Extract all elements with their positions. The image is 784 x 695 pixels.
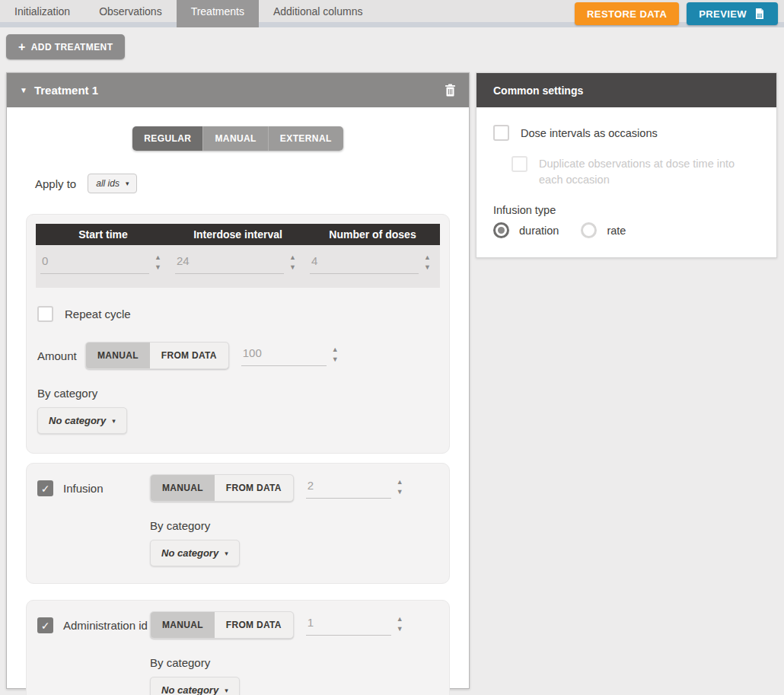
tab-treatments[interactable]: Treatments xyxy=(177,0,259,27)
infusion-type-rate-radio[interactable] xyxy=(581,222,597,238)
duration-radio-label: duration xyxy=(519,225,559,237)
tab-additional-columns[interactable]: Additional columns xyxy=(259,0,378,27)
amount-by-category-label: By category xyxy=(37,387,440,400)
administration-manual-tab[interactable]: MANUAL xyxy=(151,612,215,638)
administration-id-input[interactable] xyxy=(306,614,391,636)
tab-initialization[interactable]: Initialization xyxy=(0,0,84,27)
topbar-actions: RESTORE DATA PREVIEW xyxy=(575,2,778,25)
add-treatment-label: ADD TREATMENT xyxy=(31,42,113,53)
amount-label: Amount xyxy=(37,349,85,362)
column-start-time: Start time xyxy=(36,228,171,241)
infusion-manual-tab[interactable]: MANUAL xyxy=(151,475,215,501)
preview-button[interactable]: PREVIEW xyxy=(687,2,778,25)
amount-manual-tab[interactable]: MANUAL xyxy=(86,343,150,368)
spinner-down-icon[interactable]: ▼ xyxy=(397,489,403,495)
amount-from-data-tab[interactable]: FROM DATA xyxy=(150,343,228,368)
dose-schedule-section: Start time Interdose interval Number of … xyxy=(26,214,450,454)
restore-data-button[interactable]: RESTORE DATA xyxy=(575,2,679,25)
check-icon: ✓ xyxy=(41,483,50,495)
number-of-doses-stepper[interactable]: ▲ ▼ xyxy=(424,254,431,270)
administration-id-section: ✓ Administration id MANUAL FROM DATA xyxy=(26,600,450,695)
administration-category-dropdown[interactable]: No category ▾ xyxy=(150,677,240,695)
chevron-down-icon: ▾ xyxy=(112,417,116,425)
start-time-stepper[interactable]: ▲ ▼ xyxy=(155,254,161,270)
infusion-type-duration-radio[interactable] xyxy=(493,222,509,238)
spinner-up-icon[interactable]: ▲ xyxy=(332,346,339,352)
amount-category-value: No category xyxy=(49,415,106,426)
infusion-mode-toggle: MANUAL FROM DATA xyxy=(150,474,294,502)
infusion-checkbox[interactable]: ✓ xyxy=(37,480,53,496)
top-tab-bar: Initialization Observations Treatments A… xyxy=(0,0,784,27)
spinner-down-icon[interactable]: ▼ xyxy=(332,356,339,362)
apply-to-label: Apply to xyxy=(35,177,76,190)
chevron-down-icon: ▾ xyxy=(225,687,228,694)
mode-tab-regular[interactable]: REGULAR xyxy=(132,126,202,151)
amount-stepper[interactable]: ▲ ▼ xyxy=(332,346,339,362)
restore-data-label: RESTORE DATA xyxy=(587,8,667,20)
apply-to-dropdown[interactable]: all ids ▾ xyxy=(88,174,137,193)
mode-tab-manual[interactable]: MANUAL xyxy=(202,126,267,151)
infusion-stepper[interactable]: ▲ ▼ xyxy=(397,479,403,495)
treatment-header: ▼ Treatment 1 xyxy=(7,73,469,107)
delete-treatment-button[interactable] xyxy=(445,84,456,97)
add-treatment-button[interactable]: + ADD TREATMENT xyxy=(6,34,125,59)
interdose-interval-stepper[interactable]: ▲ ▼ xyxy=(289,254,296,270)
infusion-category-value: No category xyxy=(161,547,218,559)
start-time-input[interactable] xyxy=(40,253,149,274)
administration-mode-toggle: MANUAL FROM DATA xyxy=(150,611,294,639)
spinner-down-icon[interactable]: ▼ xyxy=(155,264,161,270)
repeat-cycle-checkbox[interactable] xyxy=(37,306,53,322)
treatment-panel: ▼ Treatment 1 REGU xyxy=(6,72,470,689)
common-settings-panel: Common settings Dose intervals as occasi… xyxy=(476,72,777,258)
spinner-up-icon[interactable]: ▲ xyxy=(155,254,161,260)
spinner-up-icon[interactable]: ▲ xyxy=(397,479,403,485)
repeat-cycle-label: Repeat cycle xyxy=(65,308,131,320)
dose-intervals-label: Dose intervals as occasions xyxy=(521,127,658,139)
dose-intervals-checkbox[interactable] xyxy=(493,125,509,141)
duplicate-observations-checkbox xyxy=(512,156,527,172)
infusion-by-category-label: By category xyxy=(150,519,438,532)
chevron-down-icon: ▾ xyxy=(126,180,129,187)
infusion-type-label: Infusion type xyxy=(493,204,760,216)
tab-observations[interactable]: Observations xyxy=(84,0,176,27)
plus-icon: + xyxy=(18,41,26,53)
rate-radio-label: rate xyxy=(607,225,626,237)
administration-category-value: No category xyxy=(161,684,218,695)
preview-label: PREVIEW xyxy=(699,8,747,20)
common-settings-header: Common settings xyxy=(476,73,776,107)
chevron-down-icon: ▾ xyxy=(225,550,228,557)
administration-id-stepper[interactable]: ▲ ▼ xyxy=(397,616,403,632)
common-settings-title: Common settings xyxy=(493,84,583,97)
amount-category-dropdown[interactable]: No category ▾ xyxy=(37,407,127,434)
treatment-title: Treatment 1 xyxy=(34,84,98,97)
column-interdose-interval: Interdose interval xyxy=(171,228,305,241)
infusion-category-dropdown[interactable]: No category ▾ xyxy=(150,540,240,566)
amount-mode-toggle: MANUAL FROM DATA xyxy=(85,342,229,369)
spinner-up-icon[interactable]: ▲ xyxy=(424,254,431,260)
spinner-down-icon[interactable]: ▼ xyxy=(289,264,296,270)
amount-input[interactable] xyxy=(241,345,327,366)
dose-mode-tabs: REGULAR MANUAL EXTERNAL xyxy=(132,126,343,151)
collapse-caret-icon[interactable]: ▼ xyxy=(20,86,27,94)
infusion-input[interactable] xyxy=(306,477,391,499)
spinner-up-icon[interactable]: ▲ xyxy=(397,616,403,622)
administration-from-data-tab[interactable]: FROM DATA xyxy=(215,612,293,638)
mode-tab-external[interactable]: EXTERNAL xyxy=(268,126,343,151)
administration-id-label: Administration id xyxy=(63,619,148,632)
column-number-of-doses: Number of doses xyxy=(305,228,440,241)
spinner-up-icon[interactable]: ▲ xyxy=(289,254,296,260)
apply-to-value: all ids xyxy=(96,178,120,189)
administration-id-checkbox[interactable]: ✓ xyxy=(37,617,53,633)
spinner-down-icon[interactable]: ▼ xyxy=(397,626,403,632)
number-of-doses-input[interactable] xyxy=(310,253,419,274)
check-icon: ✓ xyxy=(41,620,50,632)
interdose-interval-input[interactable] xyxy=(175,253,284,274)
administration-by-category-label: By category xyxy=(150,656,438,669)
dose-table-row: ▲ ▼ ▲ ▼ ▲ xyxy=(36,245,440,288)
infusion-section: ✓ Infusion MANUAL FROM DATA ▲ xyxy=(26,463,450,584)
infusion-label: Infusion xyxy=(63,482,104,495)
trash-icon xyxy=(445,84,456,97)
spinner-down-icon[interactable]: ▼ xyxy=(424,264,431,270)
infusion-from-data-tab[interactable]: FROM DATA xyxy=(215,475,293,501)
duplicate-observations-label: Duplicate observations at dose time into… xyxy=(539,156,746,188)
